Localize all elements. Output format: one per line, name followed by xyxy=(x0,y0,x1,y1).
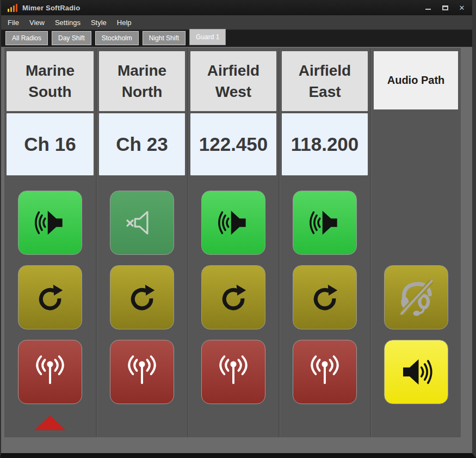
maximize-button[interactable] xyxy=(441,4,449,11)
loop-icon xyxy=(33,280,67,314)
transmit-button[interactable] xyxy=(293,340,357,404)
headset-muted-icon xyxy=(395,277,437,318)
tab-guard-1[interactable]: Guard 1 xyxy=(189,29,226,45)
loop-icon xyxy=(125,280,159,314)
tab-all-radios[interactable]: All Radios xyxy=(5,31,48,45)
transmit-button[interactable] xyxy=(18,340,82,404)
speaker-active-icon xyxy=(215,204,252,241)
transmit-button[interactable] xyxy=(110,340,174,404)
speaker-active-icon xyxy=(306,204,343,241)
speaker-active-icon xyxy=(32,204,69,241)
radio-name-display[interactable]: Airfield West xyxy=(190,51,276,111)
window-title: Mimer SoftRadio xyxy=(22,4,80,12)
channel-display[interactable]: 122.450 xyxy=(190,113,276,175)
radio-panel-marine-north: Marine North Ch 23 xyxy=(97,48,187,437)
antenna-icon xyxy=(29,351,71,393)
channel-display[interactable]: Ch 16 xyxy=(7,113,94,175)
channel-display[interactable]: Ch 23 xyxy=(99,113,185,175)
title-bar: Mimer SoftRadio ✕ xyxy=(1,0,472,15)
window-controls: ✕ xyxy=(424,0,466,15)
app-window: Mimer SoftRadio ✕ File View Settings Sty… xyxy=(0,0,476,458)
headset-muted-button[interactable] xyxy=(384,265,448,329)
speaker-on-button[interactable] xyxy=(293,191,357,255)
menu-view[interactable]: View xyxy=(29,19,45,27)
menu-style[interactable]: Style xyxy=(91,19,107,27)
tab-day-shift[interactable]: Day Shift xyxy=(52,31,91,45)
menu-file[interactable]: File xyxy=(8,19,19,27)
radio-panel-container: Marine South Ch 16 xyxy=(4,48,461,437)
transmit-button[interactable] xyxy=(201,340,265,404)
repeater-button[interactable] xyxy=(18,265,82,329)
menu-bar: File View Settings Style Help xyxy=(1,15,472,30)
loop-icon xyxy=(217,280,250,314)
repeater-button[interactable] xyxy=(110,265,174,329)
radio-panel-marine-south: Marine South Ch 16 xyxy=(4,48,96,437)
tab-stockholm[interactable]: Stockholm xyxy=(95,31,139,45)
radio-panel-airfield-east: Airfield East 118.200 xyxy=(280,48,370,437)
close-button[interactable]: ✕ xyxy=(458,4,466,11)
channel-display[interactable]: 118.200 xyxy=(282,113,368,175)
speaker-loud-icon xyxy=(397,352,436,392)
radio-name-display[interactable]: Marine South xyxy=(7,51,94,111)
tab-night-shift[interactable]: Night Shift xyxy=(143,31,186,45)
menu-help[interactable]: Help xyxy=(117,19,132,27)
menu-settings[interactable]: Settings xyxy=(55,19,81,27)
repeater-button[interactable] xyxy=(293,265,357,329)
radio-name-display[interactable]: Marine North xyxy=(99,51,185,111)
maximize-icon xyxy=(442,5,448,10)
loop-icon xyxy=(308,280,342,314)
antenna-icon xyxy=(121,351,163,393)
radio-name-display[interactable]: Airfield East xyxy=(282,51,368,111)
audio-path-panel: Audio Path xyxy=(371,48,461,437)
repeater-button[interactable] xyxy=(201,265,265,329)
antenna-icon xyxy=(304,351,345,393)
selected-radio-indicator xyxy=(34,416,66,430)
radio-panel-airfield-west: Airfield West 122.450 xyxy=(188,48,279,437)
main-area: Marine South Ch 16 xyxy=(1,47,472,453)
view-tabs: All Radios Day Shift Stockholm Night Shi… xyxy=(1,30,472,47)
minimize-button[interactable] xyxy=(424,4,432,11)
minimize-icon xyxy=(425,9,431,10)
speaker-muted-button[interactable] xyxy=(110,191,174,255)
speaker-on-button[interactable] xyxy=(18,191,82,255)
audio-speaker-button[interactable] xyxy=(384,340,448,404)
app-logo-icon xyxy=(8,3,17,12)
speaker-muted-icon xyxy=(123,204,160,241)
speaker-on-button[interactable] xyxy=(201,191,265,255)
antenna-icon xyxy=(213,351,254,393)
audio-path-title: Audio Path xyxy=(374,51,458,109)
